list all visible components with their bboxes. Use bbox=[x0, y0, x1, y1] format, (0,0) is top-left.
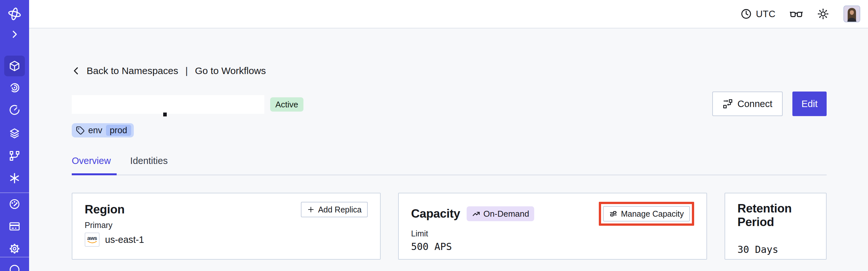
feedback-glasses-icon[interactable] bbox=[790, 8, 803, 20]
tab-overview[interactable]: Overview bbox=[72, 155, 117, 175]
gear-icon bbox=[8, 243, 21, 255]
capacity-field-label: Limit bbox=[411, 229, 694, 238]
tabs: Overview Identities bbox=[72, 155, 827, 175]
retention-value: 30 Days bbox=[738, 244, 814, 255]
credit-card-icon bbox=[8, 220, 21, 233]
aws-logo-text: aws bbox=[87, 236, 97, 241]
tag-key: env bbox=[88, 125, 102, 136]
spiral-icon bbox=[8, 82, 21, 94]
sidebar-expand-chevron-right-icon[interactable] bbox=[9, 29, 20, 39]
sidebar bbox=[0, 0, 29, 271]
add-replica-button[interactable]: Add Replica bbox=[301, 202, 368, 217]
region-card: Region Add Replica Primary aws bbox=[72, 193, 381, 260]
sidebar-item-settings[interactable] bbox=[8, 243, 21, 255]
sliders-icon bbox=[609, 210, 618, 218]
sidebar-item-schedules[interactable] bbox=[8, 104, 21, 116]
breadcrumb-separator: | bbox=[184, 65, 189, 76]
connect-flow-icon bbox=[722, 99, 733, 109]
region-card-title: Region bbox=[85, 203, 125, 216]
region-field-label: Primary bbox=[85, 220, 368, 230]
sidebar-item-account[interactable] bbox=[8, 263, 21, 271]
status-badge: Active bbox=[270, 97, 304, 112]
connect-button[interactable]: Connect bbox=[712, 92, 783, 116]
theme-toggle-sun-icon[interactable] bbox=[817, 8, 829, 20]
breadcrumb-back-link[interactable]: Back to Namespaces bbox=[87, 65, 178, 76]
sidebar-item-usage[interactable] bbox=[8, 198, 21, 210]
aws-smile-arc bbox=[87, 241, 97, 244]
branch-icon bbox=[8, 150, 21, 162]
namespace-header: Active Connect Edit bbox=[72, 95, 827, 116]
gauge-icon bbox=[8, 198, 21, 210]
capacity-card: Capacity On-Demand bbox=[398, 193, 707, 260]
temporal-logo[interactable] bbox=[7, 6, 22, 21]
manage-capacity-button[interactable]: Manage Capacity bbox=[603, 206, 690, 221]
sidebar-item-billing[interactable] bbox=[8, 220, 21, 233]
timezone-label: UTC bbox=[756, 9, 776, 20]
add-replica-label: Add Replica bbox=[318, 205, 362, 214]
tag-row: env prod bbox=[72, 123, 827, 138]
tag-value: prod bbox=[106, 125, 131, 136]
manage-capacity-label: Manage Capacity bbox=[621, 209, 684, 219]
timezone-selector[interactable]: UTC bbox=[740, 8, 776, 20]
cards-row: Region Add Replica Primary aws bbox=[72, 193, 827, 260]
layers-icon bbox=[8, 127, 21, 140]
clock-icon bbox=[8, 104, 21, 116]
redaction-artifact bbox=[163, 113, 167, 116]
breadcrumb: Back to Namespaces | Go to Workflows bbox=[72, 65, 827, 76]
breadcrumb-forward-link[interactable]: Go to Workflows bbox=[195, 65, 266, 76]
main-area: UTC bbox=[29, 0, 868, 271]
asterisk-icon bbox=[8, 172, 21, 184]
circle-icon bbox=[8, 263, 21, 271]
edit-button[interactable]: Edit bbox=[793, 92, 827, 116]
sidebar-item-batch-operations[interactable] bbox=[8, 150, 21, 162]
sidebar-divider bbox=[0, 257, 29, 258]
tag-icon bbox=[76, 126, 85, 135]
clock-icon bbox=[740, 8, 752, 20]
sidebar-item-nexus[interactable] bbox=[8, 172, 21, 184]
region-value: us-east-1 bbox=[105, 235, 144, 245]
sidebar-item-workflows[interactable] bbox=[8, 82, 21, 94]
connect-button-label: Connect bbox=[738, 99, 772, 109]
tab-identities[interactable]: Identities bbox=[130, 155, 172, 175]
annotation-highlight-box: Manage Capacity bbox=[599, 202, 694, 226]
content: Back to Namespaces | Go to Workflows Act… bbox=[72, 28, 827, 271]
capacity-card-title: Capacity bbox=[411, 207, 460, 220]
aws-provider-icon: aws bbox=[85, 233, 99, 247]
sidebar-divider bbox=[0, 192, 29, 193]
tag-pill: env prod bbox=[72, 123, 134, 138]
avatar[interactable] bbox=[843, 5, 860, 22]
on-demand-badge: On-Demand bbox=[467, 206, 534, 221]
capacity-value: 500 APS bbox=[411, 241, 452, 252]
retention-card: Retention Period 30 Days bbox=[724, 193, 827, 260]
chevron-left-icon[interactable] bbox=[72, 66, 81, 76]
retention-card-title: Retention Period bbox=[738, 202, 814, 229]
plus-icon bbox=[307, 206, 315, 213]
edit-button-label: Edit bbox=[801, 99, 817, 109]
topbar: UTC bbox=[29, 0, 868, 28]
sidebar-item-namespaces[interactable] bbox=[4, 56, 25, 76]
cube-icon bbox=[8, 60, 21, 72]
on-demand-label: On-Demand bbox=[484, 209, 529, 219]
sidebar-item-deployments[interactable] bbox=[8, 127, 21, 140]
namespace-name-redacted bbox=[72, 95, 265, 114]
trending-up-icon bbox=[472, 210, 480, 218]
